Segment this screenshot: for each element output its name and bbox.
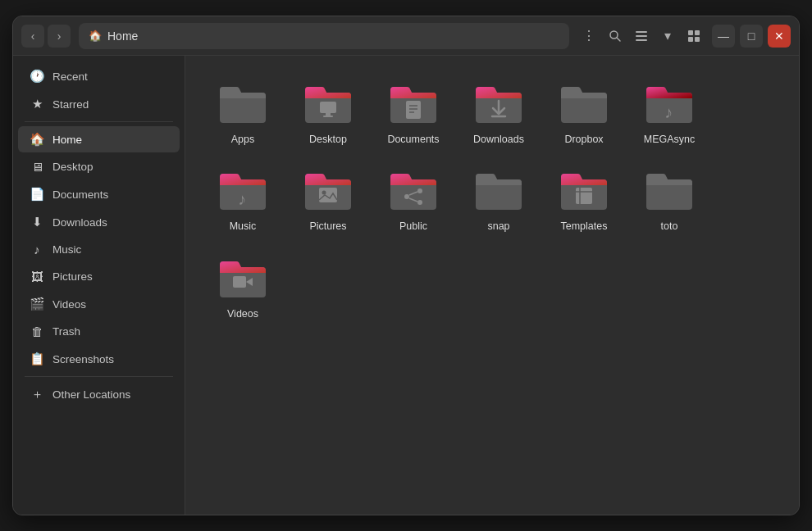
documents-icon: 📄 (30, 187, 44, 202)
file-label-apps: Apps (231, 133, 255, 146)
other-locations-icon: ＋ (30, 387, 44, 402)
search-button[interactable] (604, 25, 627, 48)
sidebar-item-pictures[interactable]: 🖼 Pictures (18, 264, 180, 289)
file-item-dropbox[interactable]: Dropbox (543, 70, 625, 154)
sort-button[interactable]: ▾ (656, 25, 679, 48)
file-item-snap[interactable]: snap (458, 157, 540, 241)
svg-rect-9 (320, 102, 336, 113)
folder-icon-templates (558, 166, 610, 213)
videos-icon: 🎬 (30, 297, 44, 311)
grid-view-icon (687, 30, 700, 43)
file-item-downloads[interactable]: Downloads (458, 70, 540, 154)
sidebar-item-music[interactable]: ♪ Music (18, 237, 180, 262)
trash-icon: 🗑 (30, 324, 44, 338)
toolbar-actions: ⋮ ▾ (577, 25, 705, 48)
svg-text:♪: ♪ (664, 103, 673, 121)
titlebar: ‹ › 🏠 Home ⋮ ▾ (13, 16, 799, 56)
file-label-documents: Documents (387, 133, 439, 146)
file-label-megasync: MEGAsync (644, 133, 696, 146)
sidebar-label-videos: Videos (52, 298, 86, 311)
folder-icon-music: ♪ (217, 166, 269, 213)
file-item-megasync[interactable]: ♪ MEGAsync (628, 70, 710, 154)
file-label-music: Music (230, 220, 257, 233)
folder-icon-megasync: ♪ (643, 79, 696, 126)
svg-rect-2 (636, 31, 647, 33)
svg-rect-7 (688, 37, 693, 42)
pictures-icon: 🖼 (30, 270, 44, 284)
sidebar-label-screenshots: Screenshots (52, 353, 114, 365)
sidebar-item-starred[interactable]: ★ Starred (18, 91, 180, 117)
sidebar-item-screenshots[interactable]: 📋 Screenshots (18, 346, 180, 372)
folder-icon-documents (387, 79, 440, 126)
home-icon: 🏠 (30, 132, 44, 147)
nav-buttons: ‹ › (21, 25, 71, 48)
downloads-icon: ⬇ (30, 215, 44, 229)
maximize-button[interactable]: □ (740, 25, 763, 48)
file-label-snap: snap (487, 220, 509, 233)
sidebar-label-other-locations: Other Locations (52, 388, 130, 401)
more-options-button[interactable]: ⋮ (577, 25, 600, 48)
svg-rect-5 (688, 30, 693, 35)
folder-icon-videos (217, 253, 269, 301)
list-view-icon (635, 30, 648, 43)
file-item-pictures[interactable]: Pictures (287, 157, 369, 241)
view-list-button[interactable] (630, 25, 653, 48)
sidebar-label-home: Home (52, 134, 82, 146)
svg-rect-8 (695, 37, 700, 42)
sidebar-item-downloads[interactable]: ⬇ Downloads (18, 209, 180, 235)
file-label-dropbox: Dropbox (564, 133, 603, 146)
sidebar-label-starred: Starred (52, 98, 89, 111)
file-item-videos[interactable]: Videos (202, 245, 284, 329)
back-button[interactable]: ‹ (21, 25, 44, 48)
file-manager-window: ‹ › 🏠 Home ⋮ ▾ (12, 16, 800, 515)
file-item-templates[interactable]: Templates (543, 157, 625, 241)
sidebar: 🕐 Recent ★ Starred 🏠 Home 🖥 Desktop 📄 Do… (13, 56, 185, 515)
svg-point-23 (417, 188, 422, 193)
file-item-apps[interactable]: Apps (202, 70, 284, 154)
desktop-icon: 🖥 (30, 160, 44, 174)
folder-icon-toto (643, 166, 696, 213)
view-toggle-button[interactable] (682, 25, 705, 48)
screenshots-icon: 📋 (30, 352, 44, 366)
sidebar-label-documents: Documents (52, 188, 108, 201)
path-bar[interactable]: 🏠 Home (79, 23, 569, 49)
folder-icon-snap (472, 166, 525, 213)
sidebar-item-other-locations[interactable]: ＋ Other Locations (18, 381, 180, 408)
sidebar-label-music: Music (52, 243, 81, 256)
folder-icon-public (387, 166, 440, 213)
file-item-music[interactable]: ♪ Music (202, 157, 284, 241)
minimize-button[interactable]: — (712, 25, 735, 48)
file-label-toto: toto (661, 220, 678, 233)
sidebar-divider-1 (25, 121, 173, 122)
file-label-videos: Videos (227, 307, 258, 320)
svg-rect-10 (326, 113, 331, 116)
sidebar-item-recent[interactable]: 🕐 Recent (18, 63, 180, 89)
search-icon (609, 30, 622, 43)
sidebar-item-desktop[interactable]: 🖥 Desktop (18, 154, 180, 179)
svg-rect-11 (323, 116, 333, 117)
sidebar-label-trash: Trash (52, 325, 80, 338)
folder-icon-pictures (302, 166, 354, 213)
file-item-toto[interactable]: toto (628, 157, 710, 241)
file-label-pictures: Pictures (309, 220, 346, 233)
file-label-public: Public (399, 220, 427, 233)
folder-icon-dropbox (558, 79, 610, 126)
file-item-documents[interactable]: Documents (372, 70, 454, 154)
sidebar-item-trash[interactable]: 🗑 Trash (18, 319, 180, 344)
file-item-public[interactable]: Public (372, 157, 454, 241)
sidebar-divider-2 (25, 376, 173, 377)
recent-icon: 🕐 (30, 69, 44, 84)
close-button[interactable]: ✕ (768, 25, 791, 48)
sidebar-item-home[interactable]: 🏠 Home (18, 126, 180, 152)
file-item-desktop[interactable]: Desktop (287, 70, 369, 154)
svg-rect-27 (576, 188, 592, 204)
forward-button[interactable]: › (48, 25, 71, 48)
svg-line-1 (617, 38, 620, 41)
file-label-templates: Templates (561, 220, 608, 233)
svg-rect-12 (406, 101, 421, 119)
sidebar-item-documents[interactable]: 📄 Documents (18, 181, 180, 207)
sidebar-label-desktop: Desktop (52, 161, 94, 173)
sidebar-label-downloads: Downloads (52, 216, 107, 229)
svg-rect-4 (636, 39, 647, 41)
sidebar-item-videos[interactable]: 🎬 Videos (18, 291, 180, 317)
